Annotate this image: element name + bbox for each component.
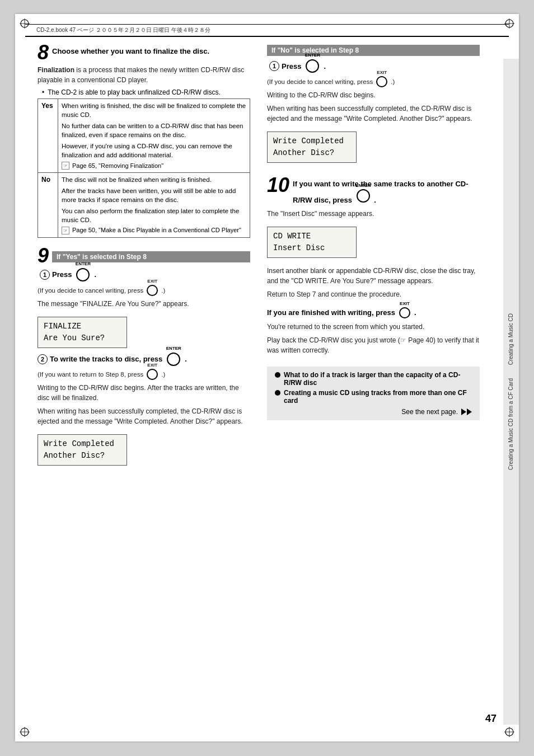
sidebar-stripe: Creating a Music CD Creating a Music CD … — [503, 59, 519, 725]
step-9-btn-circle2 — [167, 353, 180, 366]
step-9-section-header: If "Yes" is selected in Step 8 — [52, 251, 250, 262]
right-exit-btn: EXIT — [376, 76, 387, 87]
if-finished-row: If you are finished with writing, press … — [267, 307, 480, 318]
no-content: The disc will not be finalized when writ… — [58, 172, 250, 237]
step-9-block: 9 If "Yes" is selected in Step 8 1 Press… — [38, 246, 250, 470]
page-number: 47 — [485, 713, 496, 725]
step-9-msg1: The message "FINALIZE. Are You Sure?" ap… — [38, 299, 250, 309]
right-section-no-header: If "No" is selected in Step 8 — [267, 45, 480, 56]
bottom-bullet-dot-2 — [275, 390, 280, 396]
yes-text2: No further data can be written to a CD-R… — [62, 121, 246, 139]
step-10-body3: Return to Step 7 and continue the proced… — [267, 289, 480, 299]
step-9-note1-end: .) — [161, 287, 165, 294]
step-8-bullet: The CD-2 is able to play back unfinalize… — [38, 88, 250, 96]
sidebar-label-bottom: Creating a Music CD from a CF Card — [508, 378, 514, 470]
step-9-period2: . — [185, 355, 187, 363]
step-9-note1: (If you decide to cancel writing, press … — [38, 285, 250, 296]
if-finished-body1: You're returned to the screen from which… — [267, 322, 480, 332]
if-finished-exit-circle — [399, 307, 410, 318]
step-10-title-block: If you want to write the same tracks to … — [293, 175, 480, 205]
step-9-press-row: 1 Press ENTER . — [40, 268, 250, 281]
if-finished-exit-label: EXIT — [400, 301, 410, 306]
if-finished-label: If you are finished with writing, press — [267, 308, 395, 317]
step-9-lcd1-line1: FINALIZE — [44, 321, 121, 332]
right-note1-text: (If you decide to cancel writing, press — [267, 78, 373, 85]
corner-mark-bl — [20, 727, 30, 737]
step-8-number: 8 — [38, 43, 49, 63]
yes-ref: ☞ Page 65, "Removing Finalization" — [62, 162, 246, 170]
step-10-block: 10 If you want to write the same tracks … — [267, 175, 480, 299]
step-9-lcd1: FINALIZE Are You Sure? — [38, 317, 127, 348]
step-9-circle-2: 2 — [38, 354, 48, 364]
right-press-text: Press — [282, 62, 301, 71]
yes-content: When writing is finished, the disc will … — [58, 99, 250, 173]
right-exit-label: EXIT — [377, 70, 387, 75]
yes-no-table: Yes When writing is finished, the disc w… — [38, 98, 250, 238]
step-8-header: 8 Choose whether you want to finalize th… — [38, 43, 250, 63]
if-finished-exit-btn: EXIT — [399, 307, 410, 318]
main-content: 8 Choose whether you want to finalize th… — [15, 37, 502, 489]
step-9-enter-btn: ENTER — [76, 268, 90, 281]
yes-ref-arrow: ☞ — [62, 162, 69, 170]
right-body2: When writing has been successfully compl… — [267, 104, 480, 124]
step-10-btn-circle — [357, 189, 370, 203]
right-enter-btn: ENTER — [306, 59, 319, 73]
step-9-exit-btn2: EXIT — [147, 369, 158, 380]
corner-mark-tl — [20, 18, 30, 29]
no-row: No The disc will not be finalized when w… — [38, 172, 250, 237]
step-10-enter-btn: ENTER — [357, 189, 370, 203]
step-9-exit-btn: EXIT — [147, 285, 158, 296]
right-circle-1: 1 — [269, 61, 279, 71]
step-10-lcd2-line1: CD WRITE — [273, 231, 350, 242]
step-9-lcd2: Write Completed Another Disc? — [38, 434, 127, 466]
header-bar: CD-2.e.book 47 ページ ２００５年２月２０日 日曜日 午後４時２８… — [25, 24, 509, 36]
right-press-row: 1 Press ENTER . — [269, 59, 480, 73]
bottom-bullet-dot-1 — [275, 372, 280, 378]
step-9-exit-circle2 — [147, 369, 158, 380]
step-9-header: 9 If "Yes" is selected in Step 8 — [38, 246, 250, 266]
right-lcd1-line2: Another Disc? — [273, 147, 350, 159]
step-10-lcd2: CD WRITE Insert Disc — [267, 227, 357, 258]
step-9-note1-text: (If you decide to cancel writing, press — [38, 287, 143, 294]
if-finished-period: . — [414, 308, 416, 317]
yes-text1: When writing is finished, the disc will … — [62, 101, 246, 119]
step-9-step2-label: To write the tracks to disc, press — [50, 355, 162, 363]
step-9-exit-label: EXIT — [147, 279, 157, 284]
step-9-note2-text: (If you want to return to Step 8, press — [38, 371, 143, 378]
bottom-bullet-1: What to do if a track is larger than the… — [275, 371, 472, 387]
no-ref: ☞ Page 50, "Make a Disc Playable in a Co… — [62, 226, 246, 234]
corner-mark-tr — [504, 18, 514, 29]
yes-row: Yes When writing is finished, the disc w… — [38, 99, 250, 173]
no-ref-text: Page 50, "Make a Disc Playable in a Conv… — [72, 226, 241, 234]
arrow-tri-1 — [461, 408, 466, 415]
right-btn-circle — [306, 59, 319, 73]
sidebar-label-top: Creating a Music CD — [508, 313, 514, 365]
step-9-enter-label: ENTER — [76, 261, 91, 266]
left-column: 8 Choose whether you want to finalize th… — [38, 43, 250, 478]
header-file-info: CD-2.e.book 47 ページ ２００５年２月２０日 日曜日 午後４時２８… — [36, 26, 210, 34]
step-9-lcd2-line2: Another Disc? — [44, 450, 121, 462]
finalization-bold: Finalization — [38, 66, 74, 74]
step-9-lcd1-line2: Are You Sure? — [44, 332, 121, 344]
step-9-lcd2-line1: Write Completed — [44, 438, 121, 450]
see-next-arrows — [461, 408, 472, 415]
right-note1: (If you decide to cancel writing, press … — [267, 76, 480, 87]
step-10-period: . — [374, 196, 376, 204]
step-10-header: 10 If you want to write the same tracks … — [267, 175, 480, 205]
step-9-body2: Writing to the CD-R/RW disc begins. Afte… — [38, 383, 250, 403]
no-ref-arrow: ☞ — [62, 227, 69, 234]
right-lcd1: Write Completed Another Disc? — [267, 132, 357, 163]
step-9-btn-circle — [76, 268, 90, 281]
bottom-bullets-box: What to do if a track is larger than the… — [267, 367, 480, 420]
right-note1-end: .) — [391, 78, 395, 85]
step-9-number: 9 — [38, 246, 49, 266]
page: CD-2.e.book 47 ページ ２００５年２月２０日 日曜日 午後４時２８… — [15, 14, 519, 741]
step-9-note2-end: .) — [161, 371, 165, 378]
if-finished-body2: Play back the CD-R/RW disc you just wrot… — [267, 335, 480, 355]
step-9-step2-row: 2 To write the tracks to disc, press ENT… — [38, 353, 250, 366]
right-enter-label: ENTER — [305, 53, 320, 58]
no-text2: After the tracks have been written, you … — [62, 186, 246, 204]
yes-label: Yes — [38, 99, 58, 173]
step-10-lcd2-line2: Insert Disc — [273, 242, 350, 254]
right-period: . — [324, 62, 326, 71]
